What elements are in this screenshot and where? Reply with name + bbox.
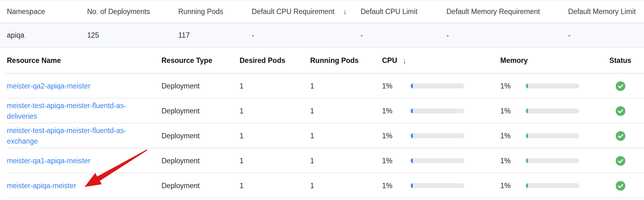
status-healthy-icon xyxy=(616,81,625,91)
sort-descending-icon[interactable] xyxy=(343,8,347,15)
resource-link[interactable]: meister-qa1-apiqa-meister xyxy=(7,155,90,166)
memory-usage-bar xyxy=(526,83,579,88)
col-header-running-pods[interactable]: Running Pods xyxy=(310,56,382,65)
col-header-resource-name[interactable]: Resource Name xyxy=(7,56,161,65)
col-header-running-pods[interactable]: Running Pods xyxy=(178,7,252,16)
default-memory-limit-value: - xyxy=(568,31,637,40)
col-header-default-cpu-requirement[interactable]: Default CPU Requirement xyxy=(252,7,361,16)
namespace-table-header-row: Namespace No. of Deployments Running Pod… xyxy=(0,0,644,23)
col-header-status[interactable]: Status xyxy=(609,56,631,65)
resource-table-header-row: Resource Name Resource Type Desired Pods… xyxy=(0,48,644,74)
memory-usage-bar xyxy=(526,108,579,113)
col-header-default-memory-limit[interactable]: Default Memory Limit xyxy=(568,7,637,16)
desired-pods: 1 xyxy=(240,157,310,165)
status-healthy-icon xyxy=(616,131,625,141)
resource-link-arrow-target[interactable]: meister-apiqa-meister xyxy=(7,180,76,191)
cpu-usage-bar xyxy=(411,183,464,188)
resource-type: Deployment xyxy=(161,157,240,165)
memory-percent: 1% xyxy=(500,82,526,90)
memory-usage-bar xyxy=(526,158,579,163)
col-header-resource-type[interactable]: Resource Type xyxy=(161,56,240,65)
running-pods: 1 xyxy=(310,182,382,190)
resource-table: Resource Name Resource Type Desired Pods… xyxy=(0,48,644,198)
memory-percent: 1% xyxy=(500,157,526,165)
running-pods: 1 xyxy=(310,132,382,140)
cpu-usage-bar xyxy=(411,158,464,163)
running-pods-count: 117 xyxy=(178,31,252,40)
cpu-percent: 1% xyxy=(382,132,411,140)
col-header-default-memory-requirement[interactable]: Default Memory Requirement xyxy=(446,7,568,16)
namespace-summary-table: Namespace No. of Deployments Running Pod… xyxy=(0,0,644,48)
cpu-percent: 1% xyxy=(382,182,411,190)
namespace-row-apiqa[interactable]: apiqa 125 117 - - - - xyxy=(0,23,644,48)
namespace-name: apiqa xyxy=(7,31,87,40)
resource-link[interactable]: meister-qa2-apiqa-meister xyxy=(7,81,90,91)
status-healthy-icon xyxy=(616,156,625,166)
default-cpu-limit-value: - xyxy=(361,31,446,40)
table-row: meister-apiqa-meister Deployment 1 1 1% … xyxy=(0,173,644,198)
col-header-namespace[interactable]: Namespace xyxy=(7,7,87,16)
desired-pods: 1 xyxy=(240,132,310,140)
namespace-workloads-screen: Namespace No. of Deployments Running Pod… xyxy=(0,0,644,200)
memory-usage-bar xyxy=(526,183,579,188)
resource-link[interactable]: meister-test-apiqa-meister-fluentd-as-ex… xyxy=(7,125,136,146)
default-memory-requirement-value: - xyxy=(446,31,568,40)
col-header-cpu[interactable]: CPU xyxy=(382,56,411,65)
sort-descending-icon[interactable] xyxy=(403,57,407,64)
cpu-usage-bar xyxy=(411,83,464,88)
cpu-usage-bar xyxy=(411,108,464,113)
memory-percent: 1% xyxy=(500,132,526,140)
memory-percent: 1% xyxy=(500,182,526,190)
table-row: meister-qa2-apiqa-meister Deployment 1 1… xyxy=(0,74,644,98)
cpu-percent: 1% xyxy=(382,82,411,90)
table-row: meister-test-apiqa-meister-fluentd-as-de… xyxy=(0,98,644,123)
running-pods: 1 xyxy=(310,82,382,90)
resource-type: Deployment xyxy=(161,182,240,190)
deployments-count: 125 xyxy=(87,31,178,40)
desired-pods: 1 xyxy=(240,182,310,190)
desired-pods: 1 xyxy=(240,82,310,90)
col-header-desired-pods[interactable]: Desired Pods xyxy=(240,56,310,65)
table-row: meister-test-apiqa-meister-fluentd-as-ex… xyxy=(0,123,644,148)
status-healthy-icon xyxy=(616,106,625,116)
memory-usage-bar xyxy=(526,133,579,138)
cpu-usage-bar xyxy=(411,133,464,138)
cpu-percent: 1% xyxy=(382,157,411,165)
default-cpu-requirement-value: - xyxy=(252,31,361,40)
col-header-memory[interactable]: Memory xyxy=(500,56,526,65)
cpu-percent: 1% xyxy=(382,107,411,115)
running-pods: 1 xyxy=(310,107,382,115)
table-row: meister-qa1-apiqa-meister Deployment 1 1… xyxy=(0,148,644,173)
desired-pods: 1 xyxy=(240,107,310,115)
status-healthy-icon xyxy=(616,181,625,191)
running-pods: 1 xyxy=(310,157,382,165)
resource-type: Deployment xyxy=(161,107,240,115)
col-header-default-cpu-limit[interactable]: Default CPU Limit xyxy=(361,7,446,16)
memory-percent: 1% xyxy=(500,107,526,115)
resource-link[interactable]: meister-test-apiqa-meister-fluentd-as-de… xyxy=(7,100,136,121)
col-header-deployments[interactable]: No. of Deployments xyxy=(87,7,178,16)
resource-type: Deployment xyxy=(161,132,240,140)
resource-type: Deployment xyxy=(161,82,240,90)
